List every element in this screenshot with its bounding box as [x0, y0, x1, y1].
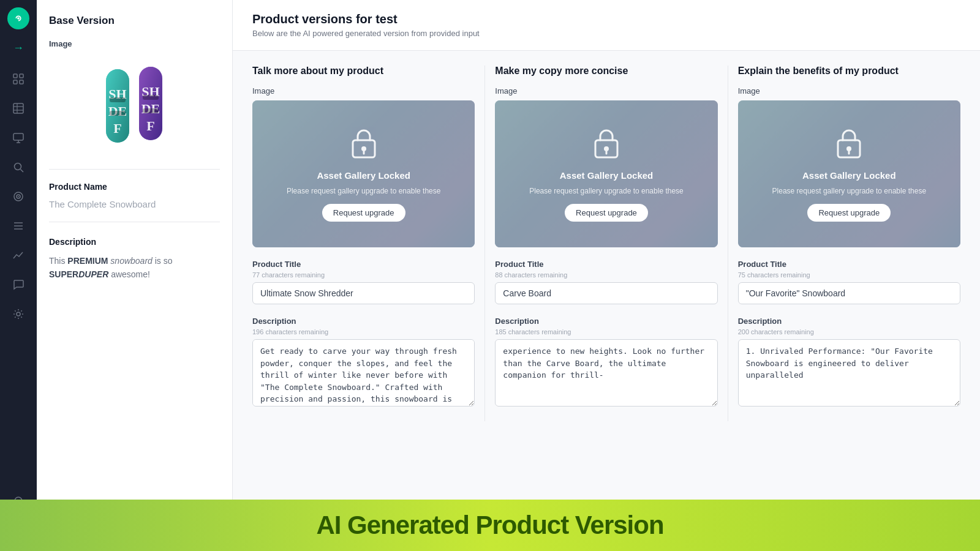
v2-title-input[interactable] [495, 282, 717, 304]
version-2-title: Make my copy more concise [495, 66, 717, 77]
lock-icon-2 [593, 127, 620, 164]
version-col-3: Explain the benefits of my product Image… [728, 66, 960, 421]
svg-point-21 [17, 312, 20, 316]
sidebar-icon-bell[interactable] [6, 490, 31, 514]
version-3-locked-gallery: Asset Gallery Locked Please request gall… [738, 100, 960, 247]
version-1-locked-gallery: Asset Gallery Locked Please request gall… [252, 100, 475, 247]
v2-title-label: Product Title [495, 260, 717, 269]
version-2-locked-gallery: Asset Gallery Locked Please request gall… [495, 100, 717, 247]
product-name-section: Product Name The Complete Snowboard [49, 182, 220, 209]
page-title: Product versions for test [252, 12, 960, 26]
sidebar-icon-chart[interactable] [6, 243, 31, 268]
request-upgrade-btn-1[interactable]: Request upgrade [322, 204, 405, 222]
svg-rect-3 [20, 74, 23, 78]
version-3-desc-field: Description 200 characters remaining 1. … [738, 317, 960, 409]
v2-desc-textarea[interactable]: experience to new heights. Look no furth… [495, 339, 717, 407]
page-subtitle: Below are the AI powered generated versi… [252, 29, 960, 38]
version-3-title: Explain the benefits of my product [738, 66, 960, 77]
version-col-1: Talk more about my product Image Asset G… [252, 66, 485, 421]
gallery-overlay-1: Asset Gallery Locked Please request gall… [252, 100, 475, 247]
version-2-desc-field: Description 185 characters remaining exp… [495, 317, 717, 409]
main-header: Product versions for test Below are the … [233, 0, 980, 51]
locked-subtitle-2: Please request gallery upgrade to enable… [517, 187, 696, 195]
product-name-value: The Complete Snowboard [49, 199, 220, 209]
base-product-image: SH DE F SH DE F [49, 56, 220, 157]
desc-super: SUPER [49, 269, 78, 279]
locked-title-3: Asset Gallery Locked [802, 170, 896, 181]
v1-title-chars: 77 characters remaining [252, 271, 475, 279]
sidebar-icon-list[interactable] [6, 214, 31, 238]
desc-duper: DUPER [78, 269, 108, 279]
v1-title-input[interactable] [252, 282, 475, 304]
v3-title-label: Product Title [738, 260, 960, 269]
sidebar-icon-user[interactable] [6, 519, 31, 544]
svg-rect-30 [110, 111, 126, 116]
lock-icon-3 [835, 127, 862, 164]
v3-desc-label: Description [738, 317, 960, 326]
product-name-label: Product Name [49, 182, 220, 192]
locked-title-1: Asset Gallery Locked [317, 170, 410, 181]
version-1-title-field: Product Title 77 characters remaining [252, 260, 475, 304]
v3-title-input[interactable] [738, 282, 960, 304]
gallery-overlay-3: Asset Gallery Locked Please request gall… [738, 100, 960, 247]
versions-container: Talk more about my product Image Asset G… [233, 51, 980, 436]
v1-title-label: Product Title [252, 260, 475, 269]
desc-snowboard: snowboard [110, 256, 153, 266]
version-col-2: Make my copy more concise Image Asset Ga… [485, 66, 728, 421]
locked-subtitle-1: Please request gallery upgrade to enable… [274, 187, 453, 195]
version-1-title: Talk more about my product [252, 66, 475, 77]
svg-rect-5 [20, 80, 23, 84]
description-label: Description [49, 237, 220, 247]
v3-desc-chars: 200 characters remaining [738, 328, 960, 335]
sidebar: → [0, 0, 37, 551]
locked-title-2: Asset Gallery Locked [560, 170, 654, 181]
main-content: Product versions for test Below are the … [233, 0, 980, 551]
logo[interactable] [7, 7, 29, 29]
description-text: This PREMIUM snowboard is so SUPERDUPER … [49, 254, 220, 282]
version-3-title-field: Product Title 75 characters remaining [738, 260, 960, 304]
locked-subtitle-3: Please request gallery upgrade to enable… [760, 187, 939, 195]
svg-point-13 [15, 163, 21, 170]
svg-rect-4 [13, 80, 17, 84]
v1-desc-textarea[interactable]: Get ready to carve your way through fres… [252, 339, 475, 407]
svg-rect-10 [13, 133, 23, 140]
version-2-title-field: Product Title 88 characters remaining [495, 260, 717, 304]
v2-desc-chars: 185 characters remaining [495, 328, 717, 335]
svg-line-14 [21, 170, 24, 173]
version-1-desc-field: Description 196 characters remaining Get… [252, 317, 475, 409]
svg-point-23 [16, 527, 21, 532]
svg-rect-29 [110, 97, 126, 102]
sidebar-icon-chat[interactable] [6, 272, 31, 297]
svg-rect-6 [13, 103, 23, 113]
desc-premium: PREMIUM [67, 256, 108, 266]
lock-icon-1 [350, 127, 377, 164]
sidebar-icon-search[interactable] [6, 155, 31, 179]
svg-point-1 [17, 17, 20, 20]
request-upgrade-btn-3[interactable]: Request upgrade [807, 204, 891, 222]
svg-text:F: F [146, 118, 154, 133]
v2-title-chars: 88 characters remaining [495, 271, 717, 279]
sidebar-icon-target[interactable] [6, 184, 31, 209]
request-upgrade-btn-2[interactable]: Request upgrade [565, 204, 648, 222]
sidebar-icon-table[interactable] [6, 96, 31, 121]
description-section: Description This PREMIUM snowboard is so… [49, 237, 220, 282]
version-2-image-label: Image [495, 86, 717, 96]
nav-arrow-icon[interactable]: → [8, 39, 29, 57]
sidebar-icon-settings[interactable] [6, 302, 31, 326]
sidebar-icon-grid[interactable] [6, 67, 31, 91]
sidebar-icon-monitor[interactable] [6, 126, 31, 150]
v2-desc-label: Description [495, 317, 717, 326]
base-version-title: Base Version [49, 15, 220, 27]
v1-desc-chars: 196 characters remaining [252, 328, 475, 335]
v3-desc-textarea[interactable]: 1. Unrivaled Performance: "Our Favorite … [738, 339, 960, 407]
image-section-label: Image [49, 39, 220, 48]
svg-rect-2 [13, 74, 17, 78]
svg-rect-36 [143, 95, 159, 100]
svg-point-17 [18, 196, 19, 197]
base-version-panel: Base Version Image SH DE F SH DE F [37, 0, 233, 551]
version-3-image-label: Image [738, 86, 960, 96]
gallery-overlay-2: Asset Gallery Locked Please request gall… [495, 100, 717, 247]
v3-title-chars: 75 characters remaining [738, 271, 960, 279]
version-1-image-label: Image [252, 86, 475, 96]
svg-rect-37 [143, 108, 159, 113]
